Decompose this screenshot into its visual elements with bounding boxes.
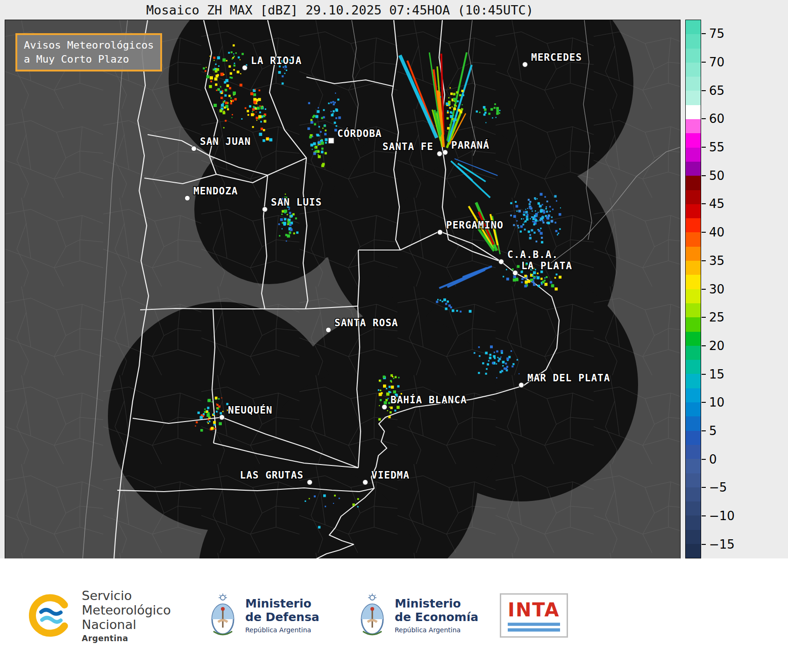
radar-echo — [559, 213, 561, 216]
radar-echo — [231, 51, 233, 53]
colorbar-tick-45: 45 — [702, 197, 724, 211]
radar-echo — [449, 103, 450, 105]
radar-echo — [538, 221, 539, 222]
radar-echo — [285, 66, 287, 68]
radar-echo — [266, 137, 269, 140]
radar-echo — [531, 216, 533, 218]
radar-echo — [452, 107, 453, 107]
radar-echo — [207, 410, 208, 411]
radar-echo — [512, 363, 514, 365]
radar-echo — [284, 210, 287, 213]
titlebar: Mosaico ZH MAX [dBZ] 29.10.2025 07:45HOA… — [0, 0, 680, 20]
radar-echo — [383, 385, 386, 388]
radar-echo — [200, 429, 203, 432]
radar-echo — [317, 134, 319, 136]
radar-echo — [220, 86, 221, 87]
inta-flag-stripes — [508, 622, 560, 631]
radar-echo — [494, 103, 496, 105]
radar-echo — [385, 399, 388, 401]
radar-echo — [496, 107, 499, 110]
radar-echo — [224, 81, 226, 84]
radar-echo — [312, 116, 314, 118]
radar-echo — [436, 300, 438, 303]
radar-echo — [223, 127, 225, 129]
radar-echo — [252, 126, 254, 128]
radar-echo — [535, 219, 537, 222]
content-row: MERCEDESLA RIOJACÓRDOBASAN JUANSANTA FEP… — [0, 20, 788, 558]
radar-echo — [235, 52, 237, 54]
radar-echo — [392, 376, 393, 378]
colorbar-band — [686, 332, 701, 346]
radar-echo — [532, 218, 535, 220]
radar-echo — [529, 207, 532, 209]
defensa-title-line1: Ministerio — [245, 597, 319, 610]
radar-echo — [533, 283, 536, 286]
radar-echo — [479, 355, 481, 357]
argentina-coat-of-arms-icon — [208, 593, 238, 638]
radar-echo — [284, 69, 285, 70]
radar-echo — [518, 227, 519, 229]
alert-box[interactable]: Avisos Meteorológicos a Muy Corto Plazo — [15, 33, 162, 71]
colorbar-band — [686, 487, 701, 501]
radar-echo — [321, 151, 324, 154]
radar-echo — [314, 147, 316, 148]
radar-echo — [530, 279, 532, 281]
radar-echo — [232, 114, 233, 115]
radar-echo — [212, 401, 213, 402]
radar-echo — [321, 142, 324, 145]
radar-echo — [386, 393, 390, 396]
radar-echo — [378, 389, 379, 391]
radar-echo — [293, 232, 295, 234]
radar-echo — [528, 199, 530, 201]
radar-echo — [543, 212, 545, 214]
radar-echo — [449, 87, 451, 89]
radar-echo — [278, 71, 281, 74]
radar-echo — [520, 225, 523, 228]
city-label-c-rdoba: CÓRDOBA — [337, 128, 382, 139]
radar-echo — [314, 495, 316, 497]
radar-echo — [203, 413, 205, 415]
inta-label: INTA — [508, 600, 560, 619]
economia-title-line1: Ministerio — [395, 597, 478, 610]
city-marker-neuqu-n — [220, 415, 225, 420]
radar-echo — [328, 103, 329, 104]
radar-echo — [315, 115, 318, 118]
radar-echo — [291, 214, 293, 217]
radar-echo — [524, 229, 526, 230]
city-label-la-plata: LA PLATA — [521, 260, 572, 272]
radar-echo — [203, 67, 205, 69]
radar-echo — [281, 214, 283, 215]
radar-echo — [482, 362, 484, 364]
radar-echo — [290, 229, 293, 231]
radar-echo — [240, 59, 241, 60]
colorbar-band — [686, 105, 701, 119]
radar-echo — [311, 121, 313, 124]
radar-echo — [388, 398, 389, 399]
radar-echo — [538, 285, 540, 287]
radar-echo — [487, 363, 489, 365]
radar-echo — [526, 214, 528, 215]
radar-echo — [529, 201, 531, 203]
radar-echo — [196, 422, 198, 423]
radar-echo — [207, 422, 208, 422]
radar-echo — [295, 217, 297, 219]
radar-echo — [253, 106, 255, 108]
radar-echo — [284, 223, 286, 226]
radar-echo — [497, 110, 499, 113]
radar-echo — [503, 276, 504, 277]
colorbar-tick-40: 40 — [702, 225, 724, 239]
radar-echo — [311, 119, 313, 122]
radar-echo — [504, 367, 506, 370]
radar-echo — [215, 64, 217, 65]
radar-echo — [324, 125, 326, 127]
radar-echo — [510, 202, 512, 204]
radar-echo — [223, 111, 225, 112]
radar-echo — [529, 234, 531, 236]
radar-echo — [387, 410, 389, 412]
radar-echo — [460, 110, 462, 113]
radar-echo — [501, 370, 504, 372]
colorbar-tick-30: 30 — [702, 282, 724, 296]
radar-echo — [520, 230, 522, 232]
radar-echo — [220, 73, 224, 76]
radar-echo — [296, 231, 298, 234]
